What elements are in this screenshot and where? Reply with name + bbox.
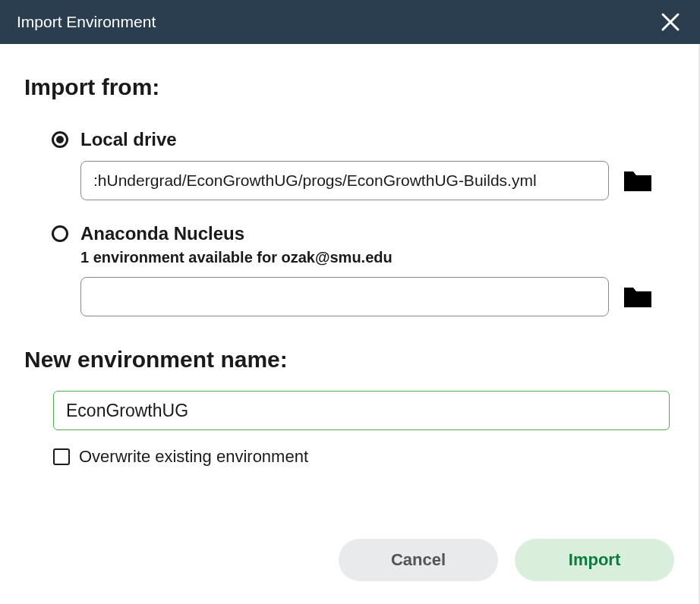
browse-nucleus-button[interactable] bbox=[623, 285, 653, 309]
radio-local-drive[interactable] bbox=[52, 131, 68, 148]
env-name-section: New environment name: Overwrite existing… bbox=[24, 347, 674, 467]
radio-row-nucleus: Anaconda Nucleus bbox=[52, 223, 674, 244]
nucleus-subtext: 1 environment available for ozak@smu.edu bbox=[80, 249, 674, 266]
local-path-row bbox=[80, 161, 674, 200]
cancel-button[interactable]: Cancel bbox=[339, 539, 498, 581]
overwrite-checkbox[interactable] bbox=[53, 448, 70, 465]
import-button[interactable]: Import bbox=[515, 539, 674, 581]
local-path-input[interactable] bbox=[80, 161, 609, 200]
dialog-content: Import from: Local drive Anaconda Nucleu… bbox=[0, 44, 700, 604]
dialog-buttons: Cancel Import bbox=[339, 539, 674, 581]
env-name-heading: New environment name: bbox=[24, 347, 674, 373]
nucleus-path-input[interactable] bbox=[80, 277, 609, 316]
radio-label-nucleus: Anaconda Nucleus bbox=[80, 223, 244, 244]
nucleus-path-row bbox=[80, 277, 674, 316]
radio-row-local: Local drive bbox=[52, 129, 674, 150]
radio-dot-icon bbox=[56, 136, 64, 143]
dialog-title: Import Environment bbox=[17, 13, 156, 31]
env-name-input[interactable] bbox=[53, 391, 670, 430]
close-button[interactable] bbox=[657, 9, 683, 35]
browse-local-button[interactable] bbox=[623, 168, 653, 193]
overwrite-label: Overwrite existing environment bbox=[79, 447, 308, 467]
radio-anaconda-nucleus[interactable] bbox=[52, 225, 68, 242]
radio-label-local: Local drive bbox=[80, 129, 177, 150]
import-from-heading: Import from: bbox=[24, 74, 674, 100]
source-anaconda-nucleus: Anaconda Nucleus 1 environment available… bbox=[52, 223, 674, 316]
folder-icon bbox=[623, 285, 653, 309]
dialog-titlebar: Import Environment bbox=[0, 0, 700, 44]
overwrite-row: Overwrite existing environment bbox=[53, 447, 674, 467]
source-local-drive: Local drive bbox=[52, 129, 674, 200]
folder-icon bbox=[623, 168, 653, 193]
close-icon bbox=[661, 12, 680, 32]
